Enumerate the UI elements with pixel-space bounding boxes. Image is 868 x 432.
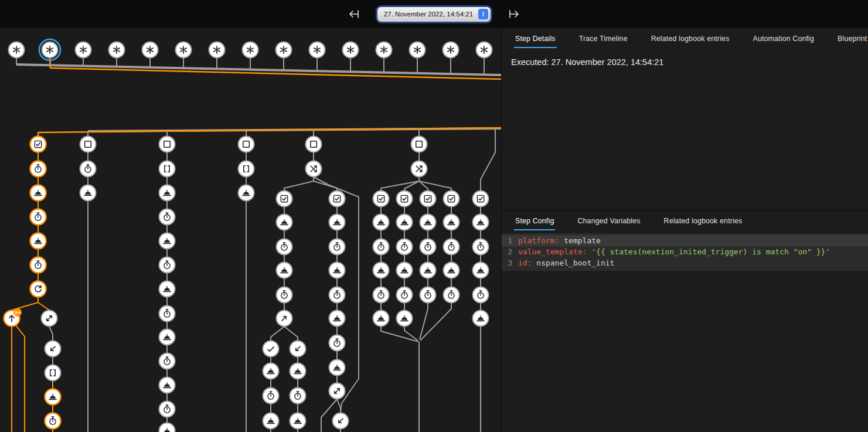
trace-node-delay[interactable]: [45, 413, 61, 429]
trace-node-condition-box[interactable]: [239, 137, 254, 152]
trace-node-service-call[interactable]: [30, 185, 46, 201]
trace-node-delay[interactable]: [263, 388, 279, 404]
trace-node-service-call[interactable]: [444, 215, 459, 230]
trace-node-service-call[interactable]: [420, 263, 436, 278]
trace-node-service-call[interactable]: [159, 329, 175, 345]
trace-node-delay[interactable]: [159, 257, 175, 273]
trace-node-trigger[interactable]: [209, 42, 225, 58]
trace-node-double-arrow[interactable]: [329, 383, 345, 399]
next-trace-button[interactable]: [506, 8, 522, 21]
trace-node-trigger[interactable]: [76, 42, 91, 58]
trace-node-service-call[interactable]: [159, 377, 175, 393]
trace-node-delay[interactable]: [373, 239, 389, 255]
trace-node-delay[interactable]: [329, 335, 345, 351]
trace-node-trigger[interactable]: [9, 42, 25, 58]
trace-node-choose[interactable]: [411, 161, 427, 177]
trace-node-service-call[interactable]: [420, 215, 436, 230]
trace-node-condition[interactable]: [397, 191, 413, 207]
trace-node-double-arrow[interactable]: [42, 311, 57, 326]
trace-node-service-call[interactable]: [473, 311, 489, 326]
trace-node-delay[interactable]: [30, 257, 46, 273]
trace-node-service-call[interactable]: [277, 215, 292, 230]
trace-node-delay[interactable]: [329, 239, 345, 255]
trace-node-service-call[interactable]: [373, 215, 389, 230]
trace-node-service-call[interactable]: [159, 185, 175, 201]
trace-node-condition[interactable]: [277, 191, 292, 207]
trace-node-service-call[interactable]: [329, 360, 345, 376]
trace-node-trigger[interactable]: [142, 42, 158, 58]
trace-node-delay[interactable]: [277, 287, 292, 303]
trace-node-service-call[interactable]: [397, 263, 413, 278]
trace-node-condition-box[interactable]: [159, 137, 175, 152]
trace-node-service-call[interactable]: [290, 413, 306, 429]
trace-node-trigger[interactable]: [476, 42, 492, 58]
trace-node-service-call[interactable]: [373, 311, 389, 326]
trace-node-condition[interactable]: [473, 191, 489, 207]
trace-node-service-call[interactable]: [473, 263, 489, 278]
trace-node-delay[interactable]: [397, 287, 413, 303]
trace-node-service-call[interactable]: [159, 281, 175, 297]
tab-trace-timeline[interactable]: Trace Timeline: [578, 30, 629, 48]
trace-node-delay[interactable]: [420, 239, 436, 255]
trace-node-delay[interactable]: [373, 287, 389, 303]
trace-node-condition[interactable]: [329, 191, 345, 207]
trace-node-arrow-up[interactable]: 9+: [4, 308, 22, 326]
tab-changed-variables[interactable]: Changed Variables: [576, 212, 641, 230]
trace-node-delay[interactable]: [444, 287, 459, 303]
trace-node-service-call[interactable]: [397, 215, 413, 230]
trace-node-service-call[interactable]: [80, 185, 96, 201]
trace-node-condition[interactable]: [444, 191, 459, 207]
trace-node-repeat[interactable]: [30, 281, 46, 297]
trace-node-service-call[interactable]: [263, 413, 279, 429]
trace-node-brackets[interactable]: [159, 161, 175, 177]
trace-node-delay[interactable]: [30, 209, 46, 225]
trace-node-delay[interactable]: [159, 353, 175, 369]
trace-node-delay[interactable]: [444, 239, 459, 255]
trace-node-delay[interactable]: [329, 287, 345, 303]
yaml-editor[interactable]: 1platform: template2value_template: '{{ …: [502, 233, 868, 271]
trace-node-service-call[interactable]: [263, 363, 279, 379]
trace-node-delay[interactable]: [159, 402, 175, 417]
trace-node-trigger[interactable]: [243, 42, 258, 58]
trace-node-trigger[interactable]: [109, 42, 125, 58]
trace-node-delay[interactable]: [397, 239, 413, 255]
trace-node-arrow-up-right[interactable]: [277, 311, 292, 326]
trace-node-arrow-down-left[interactable]: [290, 341, 306, 357]
trace-node-condition[interactable]: [30, 137, 46, 152]
trace-node-service-call[interactable]: [277, 263, 292, 278]
trace-node-arrow-down-left[interactable]: [333, 413, 349, 429]
trace-node-service-call[interactable]: [290, 363, 306, 379]
trace-node-service-call[interactable]: [159, 423, 175, 432]
trace-node-delay[interactable]: [420, 287, 436, 303]
trace-node-delay[interactable]: [473, 287, 489, 303]
trace-node-trigger[interactable]: [443, 42, 459, 58]
tab-config-related-logbook-entries[interactable]: Related logbook entries: [663, 212, 744, 230]
trace-node-condition-box[interactable]: [80, 137, 96, 152]
trace-node-brackets[interactable]: [45, 365, 61, 381]
trace-node-condition[interactable]: [373, 191, 389, 207]
trace-node-condition[interactable]: [420, 191, 436, 207]
trace-node-service-call[interactable]: [329, 311, 345, 326]
trace-node-delay[interactable]: [277, 239, 292, 255]
trace-node-service-call[interactable]: [239, 185, 254, 201]
trace-node-trigger[interactable]: [39, 39, 60, 60]
trace-node-trigger[interactable]: [343, 42, 359, 58]
trace-node-trigger[interactable]: [376, 42, 392, 58]
trace-node-service-call[interactable]: [159, 233, 175, 249]
trace-node-trigger[interactable]: [410, 42, 426, 58]
trace-node-service-call[interactable]: [373, 263, 389, 278]
trace-node-delay[interactable]: [473, 239, 489, 255]
trace-node-delay[interactable]: [80, 161, 96, 177]
trace-node-service-call[interactable]: [30, 233, 46, 249]
trace-node-delay[interactable]: [159, 209, 175, 225]
trace-node-condition-box[interactable]: [411, 137, 427, 152]
trace-node-service-call[interactable]: [473, 215, 489, 230]
trace-node-delay[interactable]: [159, 306, 175, 322]
trace-node-service-call[interactable]: [45, 389, 61, 405]
trace-node-brackets[interactable]: [239, 161, 254, 177]
trace-node-trigger[interactable]: [309, 42, 325, 58]
trace-node-service-call[interactable]: [397, 311, 413, 326]
trace-node-delay[interactable]: [30, 161, 46, 177]
previous-trace-button[interactable]: [346, 8, 362, 21]
trace-node-trigger[interactable]: [276, 42, 292, 58]
